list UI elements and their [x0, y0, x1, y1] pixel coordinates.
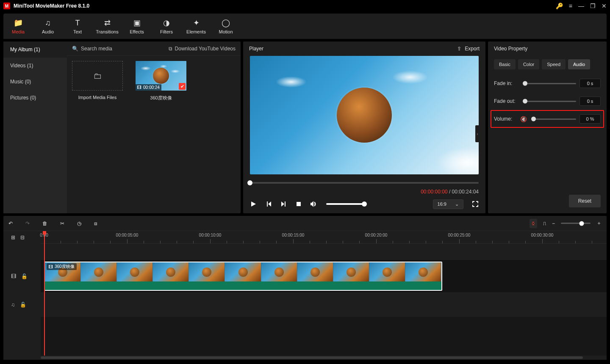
ribbon-text[interactable]: TText	[63, 14, 92, 39]
import-media-card[interactable]: 🗀 Import Media Files	[72, 61, 123, 100]
minimize-button[interactable]: —	[578, 3, 584, 9]
remove-track-button[interactable]: ⊟	[20, 234, 25, 240]
lock-icon[interactable]: 🔓	[20, 302, 26, 308]
chevron-down-icon: ⌄	[455, 201, 459, 207]
fade-in-row: Fade in: 0 s	[488, 74, 607, 92]
titlebar: M MiniTool MovieMaker Free 8.1.0 🔑 ≡ — ❐…	[0, 0, 610, 12]
download-youtube-button[interactable]: ⧉ Download YouTube Videos	[169, 46, 236, 52]
ribbon-motion[interactable]: ◯Motion	[211, 14, 241, 39]
play-button[interactable]	[250, 201, 257, 207]
volume-icon[interactable]	[310, 201, 318, 207]
sidebar-item-music[interactable]: Music (0)	[3, 74, 67, 90]
ribbon-elements[interactable]: ✦Elements	[181, 14, 211, 39]
prev-frame-button[interactable]	[265, 201, 272, 207]
app-logo: M	[3, 3, 10, 9]
mute-icon[interactable]: 🔇	[520, 116, 527, 122]
overlay-track[interactable]	[41, 244, 607, 260]
effects-icon: ▣	[133, 18, 141, 28]
text-icon: T	[75, 19, 80, 28]
search-icon: 🔍	[72, 46, 78, 52]
snap-toggle[interactable]: ⧲	[530, 219, 537, 228]
sidebar-item-myalbum[interactable]: My Album (1)	[3, 41, 67, 58]
sidebar-item-videos[interactable]: Videos (1)	[3, 58, 67, 74]
ribbon: 📁Media ♫Audio TText ⇄Transitions ▣Effect…	[3, 14, 607, 39]
zoom-in-button[interactable]: ＋	[596, 220, 602, 227]
svg-rect-0	[297, 202, 301, 206]
volume-slider[interactable]	[531, 119, 576, 120]
check-icon: ✔	[179, 83, 186, 90]
timeline-scrollbar[interactable]	[3, 356, 607, 360]
media-panel: My Album (1) Videos (1) Music (0) Pictur…	[3, 41, 241, 213]
export-icon: ⇪	[457, 46, 461, 52]
clip-thumbnail: 🎞00:00:24 ✔	[136, 61, 186, 91]
hamburger-menu-icon[interactable]: ≡	[569, 3, 572, 9]
sidebar-item-pictures[interactable]: Pictures (0)	[3, 90, 67, 106]
timeline: ↶ ↷ 🗑 ✂ ◷ ⧈ ⧲ ⎍ − ＋ ⊞ ⊟ 🎞 🔓 ♫ 🔓	[3, 216, 607, 360]
music-note-icon: ♫	[45, 19, 51, 28]
film-icon: 🎞	[137, 85, 141, 90]
player-viewport[interactable]	[250, 56, 479, 174]
ribbon-filters[interactable]: ◑Filters	[152, 14, 181, 39]
ribbon-media[interactable]: 📁Media	[3, 14, 33, 39]
tab-audio[interactable]: Audio	[568, 59, 590, 69]
video-track[interactable]: 🎞360度映像	[41, 260, 607, 293]
time-ruler[interactable]: 0:0000:00:05:0000:00:10:0000:00:15:0000:…	[41, 231, 607, 244]
ribbon-audio[interactable]: ♫Audio	[33, 14, 63, 39]
folder-icon: 🗀	[93, 71, 102, 81]
export-button[interactable]: ⇪ Export	[457, 46, 480, 52]
player-panel: Player ⇪ Export 00:00:00:00 / 00:00:24:0…	[243, 41, 485, 213]
crop-button[interactable]: ⧈	[94, 221, 97, 226]
reset-button[interactable]: Reset	[569, 195, 601, 207]
close-button[interactable]: ✕	[602, 3, 607, 9]
upgrade-key-icon[interactable]: 🔑	[556, 3, 563, 9]
player-progress[interactable]	[250, 179, 479, 187]
fade-in-value[interactable]: 0 s	[580, 79, 601, 88]
media-clip-card[interactable]: 🎞00:00:24 ✔ 360度映像	[136, 61, 186, 101]
zoom-slider[interactable]	[561, 223, 591, 224]
app-title: MiniTool MovieMaker Free 8.1.0	[14, 3, 556, 9]
video-track-icon: 🎞	[11, 273, 16, 279]
search-media[interactable]: 🔍 Search media	[72, 46, 165, 52]
folder-icon: 📁	[14, 18, 23, 28]
transitions-icon: ⇄	[104, 18, 111, 28]
playhead[interactable]	[44, 231, 45, 356]
video-clip[interactable]: 🎞360度映像	[44, 262, 442, 291]
panel-collapse-handle[interactable]: ›	[475, 125, 480, 142]
filters-icon: ◑	[163, 18, 170, 28]
fullscreen-button[interactable]	[472, 201, 479, 207]
stop-button[interactable]	[296, 201, 302, 207]
fade-in-slider[interactable]	[523, 83, 576, 84]
tab-speed[interactable]: Speed	[542, 59, 566, 69]
fade-out-slider[interactable]	[523, 101, 576, 102]
redo-button[interactable]: ↷	[25, 221, 30, 226]
add-track-button[interactable]: ⊞	[11, 234, 15, 240]
film-icon: 🎞	[49, 265, 53, 269]
volume-value[interactable]: 0 %	[580, 114, 601, 124]
next-frame-button[interactable]	[280, 201, 287, 207]
ribbon-effects[interactable]: ▣Effects	[122, 14, 152, 39]
undo-button[interactable]: ↶	[8, 221, 13, 226]
delete-button[interactable]: 🗑	[42, 221, 47, 226]
tab-basic[interactable]: Basic	[494, 59, 516, 69]
media-sidebar: My Album (1) Videos (1) Music (0) Pictur…	[3, 41, 67, 213]
zoom-out-button[interactable]: −	[552, 221, 555, 226]
volume-row: Volume: 🔇 0 %	[491, 110, 604, 128]
fade-out-row: Fade out: 0 s	[488, 92, 607, 110]
tab-color[interactable]: Color	[518, 59, 539, 69]
marker-button[interactable]: ⎍	[543, 221, 546, 226]
split-button[interactable]: ✂	[60, 221, 64, 226]
ribbon-transitions[interactable]: ⇄Transitions	[92, 14, 122, 39]
lock-icon[interactable]: 🔓	[21, 273, 28, 279]
maximize-button[interactable]: ❐	[590, 3, 596, 9]
elements-icon: ✦	[193, 18, 200, 28]
audio-track-icon: ♫	[11, 302, 15, 308]
download-icon: ⧉	[169, 46, 172, 52]
aspect-ratio-select[interactable]: 16:9⌄	[433, 199, 463, 209]
clip-audio-waveform	[45, 281, 441, 290]
search-placeholder: Search media	[81, 46, 112, 52]
player-volume-slider[interactable]	[326, 203, 364, 205]
speed-button[interactable]: ◷	[77, 221, 81, 226]
motion-icon: ◯	[222, 18, 230, 28]
fade-out-value[interactable]: 0 s	[580, 97, 601, 106]
audio-track[interactable]	[41, 293, 607, 317]
